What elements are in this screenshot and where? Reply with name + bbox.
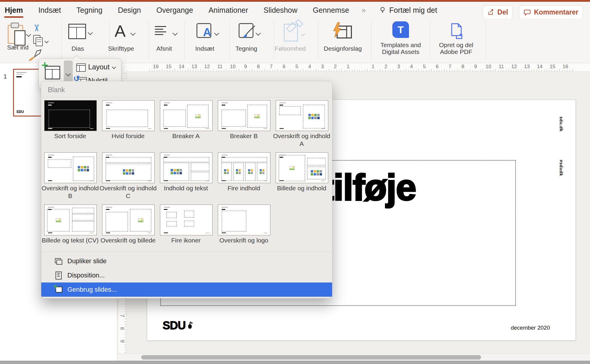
ruler-number: 2	[382, 64, 389, 70]
horizontal-ruler[interactable]: 1615141312111098765432112345678910111213…	[117, 63, 590, 72]
window-bottom-strip	[0, 361, 590, 364]
picture-placeholder-icon	[56, 218, 61, 222]
ruler-number: 8	[255, 64, 262, 70]
tab-overgange[interactable]: Overgange	[156, 2, 193, 18]
ruler-number: 15	[165, 64, 172, 70]
layout-thumbnail-overskrift-indhold-c[interactable]	[102, 152, 155, 183]
font-group-label[interactable]: Skrifttype	[101, 45, 141, 52]
layout-thumbnail-indhold-tekst[interactable]	[160, 152, 212, 183]
layout-thumbnail-sort-forside[interactable]	[44, 100, 97, 131]
ruler-number: 11	[216, 64, 223, 70]
layout-thumbnail-overskrift-indhold-a[interactable]	[276, 100, 328, 131]
ruler-number: 16	[152, 64, 159, 70]
dias-dropdown-chevron-icon[interactable]	[88, 30, 93, 35]
content-icons-cluster	[236, 169, 241, 174]
tab-animationer[interactable]: Animationer	[209, 2, 248, 18]
tab-tegning[interactable]: Tegning	[77, 2, 103, 18]
paste-dropdown-chevron-icon[interactable]	[26, 32, 31, 37]
gallery-section-title: Blank	[48, 86, 65, 94]
designer-group-label[interactable]: Designforslag	[321, 45, 364, 52]
layout-label-fire-indhold: Fire indhold	[214, 184, 273, 192]
comments-button[interactable]: Kommentarer	[519, 5, 583, 19]
share-button[interactable]: Del	[483, 5, 513, 19]
ruler-number: 2	[332, 64, 339, 70]
dias-group-label[interactable]: Dias	[62, 45, 93, 52]
share-icon	[487, 9, 494, 16]
menu-item-genbrug-slides[interactable]: Genbrug slides...	[41, 282, 332, 297]
layout-thumbnail-overskrift-billede[interactable]	[102, 205, 155, 235]
adobe-pdf-icon[interactable]	[448, 22, 465, 40]
insert-a-icon: A	[203, 26, 211, 39]
tab-indsæt[interactable]: Indsæt	[38, 2, 61, 18]
sensitivity-group-label: Følsomhed	[271, 45, 310, 52]
reuse-slides-icon	[55, 287, 62, 293]
font-dropdown-chevron-icon[interactable]	[131, 31, 136, 36]
layout-thumbnail-overskrift-indhold-b[interactable]	[44, 152, 97, 183]
drawing-dropdown-chevron-icon[interactable]	[256, 31, 261, 36]
ruler-number: 11	[498, 64, 505, 70]
layout-thumbnail-billede-indhold[interactable]	[276, 152, 328, 183]
ruler-number: 14	[536, 64, 543, 70]
ruler-number: 10	[229, 64, 236, 70]
copy-icon[interactable]	[36, 37, 43, 46]
tab-hjem[interactable]: Hjem	[5, 2, 23, 18]
sdu-logo: SDU	[163, 319, 193, 332]
layout-thumbnail-overskrift-logo[interactable]	[218, 205, 270, 235]
adobe-pdf-group-label[interactable]: Opret og del Adobe PDF	[434, 41, 478, 55]
new-slide-plus-icon	[42, 62, 48, 68]
slide-date: december 2020	[511, 325, 550, 331]
layout-thumbnail-fire-ikoner[interactable]	[160, 205, 212, 235]
sdu-logo-text: SDU	[163, 319, 185, 332]
layout-thumbnail-breaker-a[interactable]	[160, 100, 212, 131]
paste-page-icon	[14, 30, 26, 46]
templates-label-line1: Templates and	[378, 41, 424, 48]
ruler-number: 3	[319, 64, 326, 70]
menu-item-disposition[interactable]: Disposition...	[41, 268, 332, 282]
sdu-acorn-icon	[187, 321, 193, 330]
templates-t-icon[interactable]: T	[392, 21, 409, 38]
layout-thumbnail-fire-indhold[interactable]	[218, 152, 270, 183]
layout-menu-label[interactable]: Layout	[88, 63, 110, 71]
ruler-number: 15	[549, 64, 556, 70]
horizontal-scrollbar[interactable]	[117, 353, 590, 361]
layout-thumbnail-hvid-forside[interactable]	[102, 100, 155, 131]
content-icons-cluster	[260, 169, 264, 174]
picture-placeholder-icon	[138, 218, 143, 222]
content-icons-cluster	[171, 169, 182, 174]
tabs-overflow-chevrons-icon[interactable]: »	[361, 6, 365, 15]
templates-group-label[interactable]: Templates and Digital Assets	[378, 41, 424, 55]
layout-chevron-icon[interactable]	[112, 65, 116, 69]
menu-item-label: Disposition...	[67, 272, 105, 279]
paragraph-lines-icon[interactable]	[155, 26, 166, 37]
comments-label: Kommentarer	[534, 8, 578, 16]
paste-group-label[interactable]: Sæt ind	[1, 44, 34, 51]
font-a-icon[interactable]: A	[115, 21, 126, 41]
drawing-group-label[interactable]: Tegning	[229, 45, 264, 52]
tab-slideshow[interactable]: Slideshow	[264, 2, 297, 18]
paragraph-group-label[interactable]: Afsnit	[147, 45, 181, 52]
tell-me-button[interactable]: Fortæl mig det	[379, 6, 437, 15]
paragraph-dropdown-chevron-icon[interactable]	[173, 31, 178, 36]
copy-dropdown-chevron-icon[interactable]	[45, 39, 49, 43]
paste-clipboard-clip-icon	[11, 23, 19, 28]
layout-icon	[76, 63, 86, 72]
designer-icon[interactable]	[331, 22, 353, 41]
lightbulb-icon	[379, 6, 386, 14]
horizontal-scrollbar-thumb[interactable]	[141, 355, 481, 360]
comment-icon	[524, 9, 531, 16]
ruler-number: 10	[485, 64, 492, 70]
cut-scissors-icon[interactable]: ✂	[31, 24, 42, 32]
tab-design[interactable]: Design	[118, 2, 141, 18]
tab-gennemse[interactable]: Gennemse	[313, 2, 349, 18]
insert-group-label[interactable]: Indsæt	[188, 45, 222, 52]
ribbon-tab-bar: HjemIndsætTegningDesignOvergangeAnimatio…	[0, 2, 590, 18]
new-slide-icon[interactable]	[68, 24, 86, 39]
layout-thumbnail-breaker-b[interactable]	[218, 100, 270, 131]
ribbon: ✂ Sæt ind Dias A Skrifttype	[0, 18, 590, 63]
menu-item-dupliker-slide[interactable]: Dupliker slide	[41, 254, 332, 268]
layout-label-sort-forside: Sort forside	[41, 132, 100, 140]
layout-thumbnail-billede-tekst-cv[interactable]	[44, 205, 97, 235]
layout-label-billede-indhold: Billede og indhold	[272, 184, 331, 192]
insert-dropdown-chevron-icon[interactable]	[214, 31, 219, 36]
layout-label-hvid-forside: Hvid forside	[99, 132, 158, 140]
